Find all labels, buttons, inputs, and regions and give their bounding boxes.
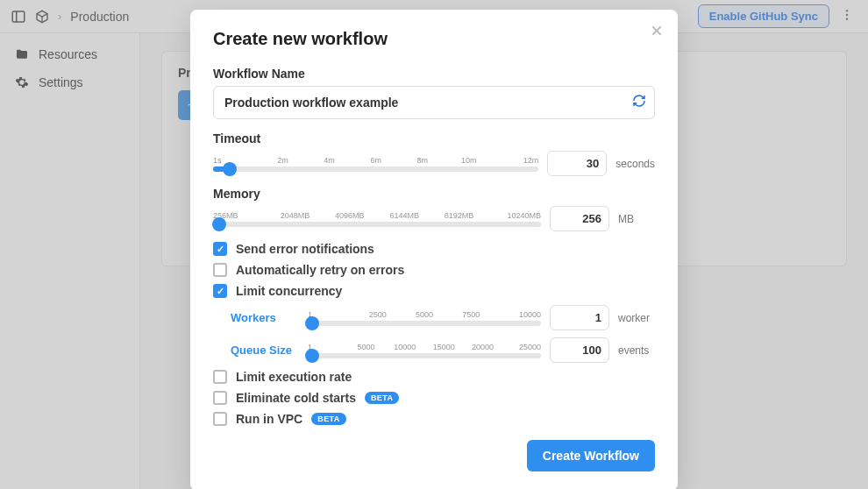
beta-badge: BETA [365, 392, 399, 404]
cold-starts-label: Eliminate cold starts [236, 391, 356, 405]
memory-slider[interactable] [213, 222, 541, 227]
error-notifications-label: Send error notifications [236, 242, 374, 256]
queue-label: Queue Size [231, 344, 299, 357]
queue-unit: events [618, 344, 655, 357]
limit-rate-checkbox[interactable] [213, 370, 227, 384]
concurrency-sub: Workers 1 2500 5000 7500 10000 worker Qu… [231, 305, 655, 363]
beta-badge: BETA [311, 413, 345, 425]
queue-slider-thumb[interactable] [305, 349, 319, 363]
memory-label: Memory [213, 187, 655, 201]
auto-retry-checkbox[interactable] [213, 263, 227, 277]
timeout-ticks: 1s 2m 4m 6m 8m 10m 12m [213, 156, 538, 165]
timeout-slider[interactable] [213, 167, 538, 172]
memory-section: Memory 256MB 2048MB 4096MB 6144MB 8192MB… [213, 187, 655, 231]
timeout-label: Timeout [213, 131, 655, 145]
memory-ticks: 256MB 2048MB 4096MB 6144MB 8192MB 10240M… [213, 211, 541, 220]
workers-ticks: 1 2500 5000 7500 10000 [308, 310, 541, 319]
queue-input[interactable] [550, 337, 609, 363]
queue-row: Queue Size 1 5000 10000 15000 20000 2500… [231, 337, 655, 363]
workers-slider[interactable] [308, 321, 541, 326]
timeout-section: Timeout 1s 2m 4m 6m 8m 10m 12m seconds [213, 131, 655, 176]
workers-slider-thumb[interactable] [305, 316, 319, 330]
modal-title: Create new workflow [213, 29, 655, 49]
workers-label: Workers [231, 311, 299, 324]
vpc-checkbox[interactable] [213, 412, 227, 426]
limit-rate-row[interactable]: Limit execution rate [213, 370, 655, 384]
timeout-slider-thumb[interactable] [223, 162, 237, 176]
vpc-row[interactable]: Run in VPC BETA [213, 412, 655, 426]
limit-concurrency-checkbox[interactable] [213, 284, 227, 298]
queue-ticks: 1 5000 10000 15000 20000 25000 [308, 343, 541, 351]
error-notifications-row[interactable]: Send error notifications [213, 242, 655, 256]
memory-input[interactable] [550, 206, 609, 231]
limit-rate-label: Limit execution rate [236, 370, 352, 384]
memory-slider-thumb[interactable] [212, 217, 226, 231]
create-workflow-button[interactable]: Create Workflow [527, 440, 655, 471]
limit-concurrency-label: Limit concurrency [236, 284, 342, 298]
limit-concurrency-row[interactable]: Limit concurrency [213, 284, 655, 298]
memory-unit: MB [618, 213, 655, 225]
close-icon[interactable] [650, 22, 664, 42]
queue-slider[interactable] [308, 353, 541, 358]
vpc-label: Run in VPC [236, 412, 302, 426]
workers-input[interactable] [550, 305, 609, 330]
workflow-name-input[interactable] [213, 86, 655, 119]
cold-starts-checkbox[interactable] [213, 391, 227, 405]
workflow-name-label: Workflow Name [213, 67, 655, 81]
auto-retry-label: Automatically retry on errors [236, 263, 404, 277]
workers-row: Workers 1 2500 5000 7500 10000 worker [231, 305, 655, 330]
create-workflow-modal: Create new workflow Workflow Name Timeou… [190, 10, 678, 489]
timeout-input[interactable] [547, 151, 607, 176]
error-notifications-checkbox[interactable] [213, 242, 227, 256]
auto-retry-row[interactable]: Automatically retry on errors [213, 263, 655, 277]
refresh-icon[interactable] [632, 94, 646, 111]
workers-unit: worker [618, 312, 655, 324]
timeout-unit: seconds [615, 158, 655, 170]
modal-footer: Create Workflow [213, 440, 655, 471]
cold-starts-row[interactable]: Eliminate cold starts BETA [213, 391, 655, 405]
workflow-name-row: Workflow Name [213, 67, 655, 119]
